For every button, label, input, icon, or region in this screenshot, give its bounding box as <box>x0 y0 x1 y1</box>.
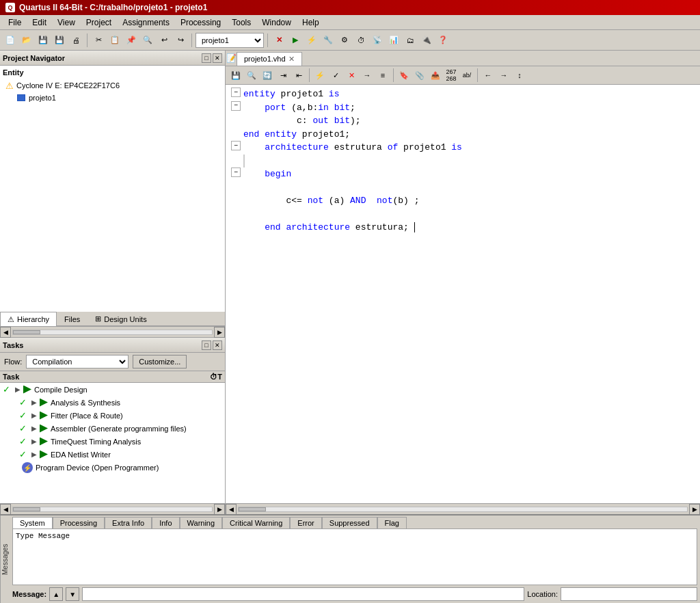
editor-hscrollbar[interactable]: ◀ ▶ <box>226 503 700 514</box>
save-btn[interactable]: 💾 <box>36 33 51 48</box>
print-btn[interactable]: 🖨 <box>68 33 83 48</box>
tasks-float-btn[interactable]: □ <box>202 340 211 350</box>
task-row-3[interactable]: ✓ ▶ Assembler (Generate programming file… <box>0 422 225 435</box>
cyclone-device-item[interactable]: ⚠ Cyclone IV E: EP4CE22F17C6 <box>3 79 222 92</box>
ed-save-btn[interactable]: 💾 <box>228 68 243 83</box>
ed-scroll-right[interactable]: ▶ <box>689 504 700 515</box>
fold-7[interactable]: − <box>231 168 241 177</box>
fit-btn[interactable]: 🔧 <box>321 33 336 48</box>
message-input[interactable] <box>82 587 524 601</box>
tab-design-units[interactable]: ⊞ Design Units <box>88 312 154 325</box>
expand-icon-4[interactable]: ▶ <box>31 438 38 445</box>
tasks-hscrollbar[interactable]: ◀ ▶ <box>0 503 225 514</box>
close-panel-btn[interactable]: ✕ <box>213 53 222 63</box>
tasks-scroll-right[interactable]: ▶ <box>214 504 225 515</box>
ed-list-btn[interactable]: ≡ <box>375 68 390 83</box>
cut-btn[interactable]: ✂ <box>91 33 106 48</box>
msg-tab-flag[interactable]: Flag <box>377 517 407 528</box>
ed-indent-btn[interactable]: ⇥ <box>275 68 291 83</box>
analyze-btn[interactable]: ⚡ <box>304 33 319 48</box>
scroll-left-btn[interactable]: ◀ <box>0 327 11 338</box>
customize-btn[interactable]: Customize... <box>133 355 187 368</box>
ed-toggle-btn[interactable]: ⚡ <box>312 68 327 83</box>
task-row-4[interactable]: ✓ ▶ TimeQuest Timing Analysis <box>0 435 225 448</box>
menu-assignments[interactable]: Assignments <box>117 16 175 29</box>
ip-btn[interactable]: 🔌 <box>419 33 434 48</box>
menu-file[interactable]: File <box>3 16 27 29</box>
task-row-1[interactable]: ✓ ▶ Analysis & Synthesis <box>0 396 225 409</box>
asm-btn[interactable]: ⚙ <box>337 33 352 48</box>
ed-export-btn[interactable]: 📤 <box>428 68 443 83</box>
ed-unindent-btn[interactable]: ⇤ <box>291 68 306 83</box>
fold-1[interactable]: − <box>231 88 241 97</box>
new-btn[interactable]: 📄 <box>3 33 18 48</box>
ed-arrow-btn[interactable]: → <box>360 68 375 83</box>
ed-next-btn[interactable]: → <box>496 68 511 83</box>
open-btn[interactable]: 📂 <box>19 33 34 48</box>
task-row-2[interactable]: ✓ ▶ Fitter (Place & Route) <box>0 409 225 422</box>
save-all-btn[interactable]: 💾 <box>52 33 67 48</box>
paste-btn[interactable]: 📌 <box>124 33 139 48</box>
msg-tab-extra-info[interactable]: Extra Info <box>105 517 152 528</box>
menu-help[interactable]: Help <box>297 16 325 29</box>
netlist-btn[interactable]: 🗂 <box>403 33 418 48</box>
project-dropdown[interactable]: projeto1 <box>196 33 264 48</box>
menu-tools[interactable]: Tools <box>226 16 256 29</box>
tasks-close-btn[interactable]: ✕ <box>213 340 222 350</box>
msg-tab-processing[interactable]: Processing <box>53 517 105 528</box>
msg-down-btn[interactable]: ▼ <box>66 587 79 601</box>
msg-tab-critical-warning[interactable]: Critical Warning <box>222 517 290 528</box>
redo-btn[interactable]: ↪ <box>173 33 188 48</box>
msg-up-btn[interactable]: ▲ <box>49 587 63 601</box>
float-btn[interactable]: □ <box>202 53 211 63</box>
menu-window[interactable]: Window <box>256 16 297 29</box>
compile-btn[interactable]: ▶ <box>288 33 303 48</box>
msg-tab-warning[interactable]: Warning <box>180 517 223 528</box>
tab-hierarchy[interactable]: ⚠ Hierarchy <box>0 312 57 326</box>
stop-btn[interactable]: ✕ <box>271 33 286 48</box>
task-row-0[interactable]: ✓ ▶ Compile Design <box>0 383 225 396</box>
menu-view[interactable]: View <box>52 16 81 29</box>
expand-icon-3[interactable]: ▶ <box>31 425 38 432</box>
scroll-right-btn[interactable]: ▶ <box>214 327 225 338</box>
nav-hscrollbar[interactable]: ◀ ▶ <box>0 326 225 337</box>
ed-num-btn[interactable]: 267268 <box>444 68 459 83</box>
msg-tab-error[interactable]: Error <box>290 517 321 528</box>
expand-icon-2[interactable]: ▶ <box>31 412 38 419</box>
project-item[interactable]: projeto1 <box>3 92 222 104</box>
msg-tab-suppressed[interactable]: Suppressed <box>322 517 377 528</box>
sim-btn[interactable]: 📊 <box>386 33 401 48</box>
fold-2[interactable]: − <box>231 101 241 111</box>
code-editor[interactable]: − entity projeto1 is − port (a,b:in bit;… <box>226 85 700 503</box>
prog-btn[interactable]: 📡 <box>370 33 385 48</box>
expand-icon-0[interactable]: ▶ <box>15 386 22 393</box>
ed-bookmark-btn[interactable]: 🔖 <box>396 68 412 83</box>
ed-arrows-btn[interactable]: ↕ <box>512 68 527 83</box>
tasks-scroll-left[interactable]: ◀ <box>0 504 11 515</box>
task-row-5[interactable]: ✓ ▶ EDA Netlist Writer <box>0 448 225 461</box>
undo-btn[interactable]: ↩ <box>157 33 172 48</box>
menu-project[interactable]: Project <box>81 16 117 29</box>
ed-x-btn[interactable]: ✕ <box>344 68 359 83</box>
msg-tab-system[interactable]: System <box>12 517 53 528</box>
find-btn[interactable]: 🔍 <box>140 33 155 48</box>
menu-edit[interactable]: Edit <box>27 16 52 29</box>
help-icon-btn[interactable]: ❓ <box>435 33 450 48</box>
ed-replace-btn[interactable]: 🔄 <box>260 68 275 83</box>
tab-files[interactable]: Files <box>57 312 88 325</box>
ed-find-btn[interactable]: 🔍 <box>244 68 259 83</box>
ed-prev-btn[interactable]: ← <box>481 68 496 83</box>
msg-tab-info[interactable]: Info <box>152 517 179 528</box>
editor-tab-projeto1[interactable]: projeto1.vhd ✕ <box>237 52 302 66</box>
task-row-6[interactable]: ✓ ⚡ Program Device (Open Programmer) <box>0 461 225 474</box>
copy-btn[interactable]: 📋 <box>107 33 122 48</box>
ed-clip-btn[interactable]: 📎 <box>412 68 427 83</box>
flow-select[interactable]: Compilation <box>26 355 129 368</box>
timing-btn[interactable]: ⏱ <box>353 33 368 48</box>
expand-icon-1[interactable]: ▶ <box>31 399 38 406</box>
menu-processing[interactable]: Processing <box>175 16 226 29</box>
ed-ab-btn[interactable]: ab/ <box>459 68 474 83</box>
expand-icon-5[interactable]: ▶ <box>31 451 38 458</box>
fold-5[interactable]: − <box>231 141 241 150</box>
location-input[interactable] <box>561 587 697 601</box>
